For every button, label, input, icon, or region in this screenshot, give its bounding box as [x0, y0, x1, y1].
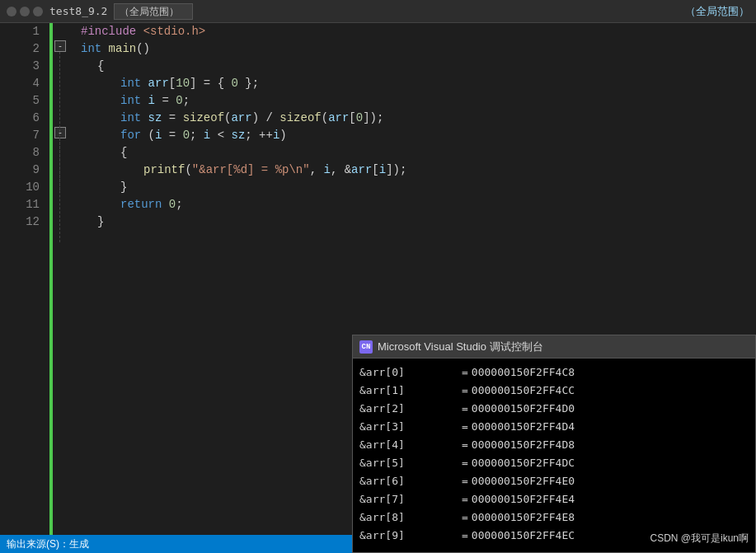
line-num-8: 8 — [0, 144, 40, 162]
code-line-2: int main() — [74, 40, 749, 58]
console-val-6: 000000150F2FF4E0 — [472, 473, 575, 490]
var-i-for1: i — [155, 127, 162, 144]
console-eq-2: = — [462, 401, 468, 418]
var-i-inc: i — [273, 127, 279, 144]
code-line-11: return 0; — [74, 196, 749, 213]
status-label: 输出来源(S)：生成 — [7, 537, 89, 551]
line-num-9: 9 — [0, 162, 40, 179]
kw-return: return — [120, 196, 169, 213]
var-arr-sz2: arr — [328, 110, 349, 127]
console-val-8: 000000150F2FF4E8 — [472, 509, 575, 527]
console-icon-label: CN — [362, 343, 371, 351]
line-num-7: 7 — [0, 127, 40, 144]
console-key-0: &arr[0] — [359, 364, 458, 382]
fold-marker-for[interactable]: - — [54, 127, 66, 138]
console-eq-9: = — [462, 527, 468, 545]
console-key-7: &arr[7] — [359, 491, 458, 508]
line-num-1: 1 — [0, 23, 40, 40]
console-eq-0: = — [462, 364, 468, 382]
console-line-0: &arr[0] = 000000150F2FF4C8 — [359, 363, 749, 382]
tab-label[interactable]: test8_9.2 — [49, 5, 107, 17]
str-format: "&arr[%d] = %p\n" — [192, 162, 310, 179]
console-line-3: &arr[3] = 000000150F2FF4D4 — [359, 418, 749, 436]
console-val-5: 000000150F2FF4DC — [472, 455, 575, 472]
console-val-2: 000000150F2FF4D0 — [472, 401, 575, 418]
fold-marker-main[interactable]: - — [54, 40, 66, 52]
brace-open-main: { — [97, 58, 104, 75]
var-i-printf: i — [323, 162, 330, 179]
num-0-sz: 0 — [356, 110, 363, 127]
var-arr-sz1: arr — [231, 110, 251, 127]
line-num-10: 10 — [0, 179, 40, 196]
num-return: 0 — [169, 196, 176, 213]
header-stdio: <stdio.h> — [143, 23, 206, 40]
var-i-idx: i — [379, 162, 386, 179]
console-eq-7: = — [462, 491, 468, 508]
num-0-arr: 0 — [231, 75, 237, 92]
scope-dropdown[interactable]: （全局范围） — [114, 3, 193, 20]
line-num-3: 3 — [0, 58, 40, 75]
console-eq-6: = — [462, 473, 468, 490]
console-line-5: &arr[5] = 000000150F2FF4DC — [359, 454, 749, 472]
console-key-3: &arr[3] — [359, 419, 458, 436]
console-key-4: &arr[4] — [359, 437, 458, 454]
num-10: 10 — [176, 75, 190, 92]
var-sz: sz — [148, 110, 162, 127]
console-key-2: &arr[2] — [359, 401, 458, 418]
console-key-6: &arr[6] — [359, 473, 458, 490]
console-icon: CN — [359, 340, 373, 354]
code-line-9: printf("&arr[%d] = %p\n", i, &arr[i]); — [74, 162, 749, 179]
line-numbers: 1 2 3 4 5 6 7 8 9 10 11 12 — [0, 23, 49, 553]
var-i: i — [148, 92, 155, 110]
brace-close-main: } — [97, 213, 104, 231]
var-sz-for: sz — [231, 127, 245, 144]
line-num-12: 12 — [0, 213, 40, 231]
console-title-text: Microsoft Visual Studio 调试控制台 — [378, 340, 543, 354]
console-line-2: &arr[2] = 000000150F2FF4D0 — [359, 400, 749, 418]
console-line-1: &arr[1] = 000000150F2FF4CC — [359, 382, 749, 400]
fold-line-for — [59, 138, 60, 190]
console-output: &arr[0] = 000000150F2FF4C8 &arr[1] = 000… — [353, 359, 755, 550]
console-branding: CSDN @我可是ikun啊 — [650, 532, 749, 546]
scope-label: （全局范围） — [685, 4, 749, 19]
editor-area: 1 2 3 4 5 6 7 8 9 10 11 12 - - #include … — [0, 23, 756, 553]
code-line-7: for (i = 0; i < sz; ++i) — [74, 127, 749, 144]
code-line-8: { — [74, 144, 749, 162]
console-eq-8: = — [462, 509, 468, 527]
console-title-bar: CN Microsoft Visual Studio 调试控制台 — [353, 335, 755, 359]
line-num-2: 2 — [0, 40, 40, 58]
code-line-1: #include <stdio.h> — [74, 23, 749, 40]
var-arr-printf: arr — [351, 162, 372, 179]
console-val-0: 000000150F2FF4C8 — [472, 364, 575, 382]
console-key-9: &arr[9] — [359, 527, 458, 545]
var-i-for2: i — [204, 127, 210, 144]
console-eq-1: = — [462, 382, 468, 400]
code-line-5: int i = 0; — [74, 92, 749, 110]
console-line-7: &arr[7] = 000000150F2FF4E4 — [359, 490, 749, 508]
console-key-5: &arr[5] — [359, 455, 458, 472]
fn-printf: printf — [143, 162, 185, 179]
console-key-1: &arr[1] — [359, 382, 458, 400]
main-parens: () — [136, 40, 150, 58]
brace-close-for: } — [120, 179, 127, 196]
fn-sizeof1: sizeof — [183, 110, 224, 127]
kw-int-arr: int — [120, 75, 148, 92]
console-val-4: 000000150F2FF4D8 — [472, 437, 575, 454]
line-num-6: 6 — [0, 110, 40, 127]
var-arr: arr — [148, 75, 169, 92]
console-val-7: 000000150F2FF4E4 — [472, 491, 575, 508]
console-eq-4: = — [462, 437, 468, 454]
close-btn[interactable] — [33, 7, 43, 16]
line-num-11: 11 — [0, 196, 40, 213]
console-val-1: 000000150F2FF4CC — [472, 382, 575, 400]
tab-area: test8_9.2 （全局范围） （全局范围） — [49, 3, 749, 20]
code-line-12: } — [74, 213, 749, 231]
csdn-brand-text: CSDN @我可是ikun啊 — [650, 532, 749, 544]
fn-main: main — [109, 40, 137, 58]
minimize-btn[interactable] — [7, 7, 16, 16]
console-key-8: &arr[8] — [359, 509, 458, 527]
title-bar: test8_9.2 （全局范围） （全局范围） — [0, 0, 756, 23]
kw-int-i: int — [120, 92, 148, 110]
maximize-btn[interactable] — [20, 7, 30, 16]
num-0-for: 0 — [183, 127, 190, 144]
